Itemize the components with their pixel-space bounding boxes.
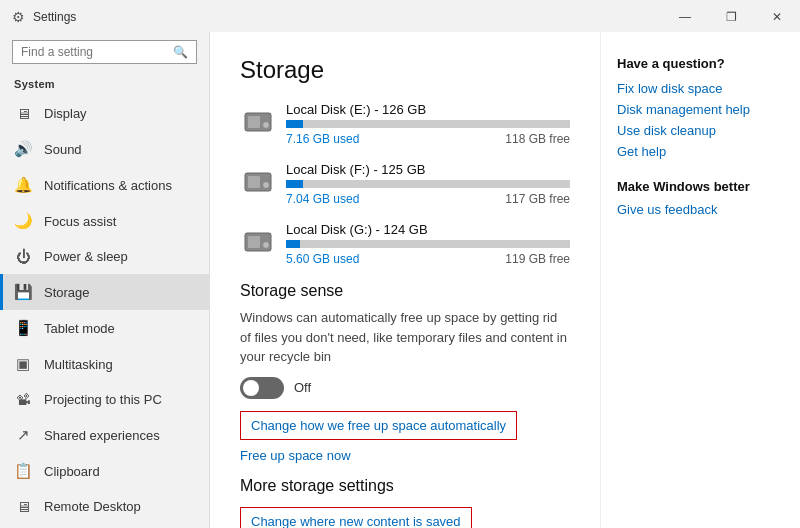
titlebar-controls: — ❐ ✕ <box>662 1 800 33</box>
disk-bar-fill-f <box>286 180 303 188</box>
disk-label-e: Local Disk (E:) - 126 GB <box>286 102 570 117</box>
storage-sense-desc: Windows can automatically free up space … <box>240 308 570 367</box>
display-icon: 🖥 <box>14 105 32 122</box>
storage-sense-toggle[interactable] <box>240 377 284 399</box>
sidebar-item-projecting[interactable]: 📽 Projecting to this PC <box>0 382 209 417</box>
close-button[interactable]: ✕ <box>754 1 800 33</box>
help-title: Have a question? <box>617 56 784 71</box>
fix-disk-link[interactable]: Fix low disk space <box>617 81 784 96</box>
sidebar-item-power-sleep[interactable]: ⏻ Power & sleep <box>0 239 209 274</box>
disk-entry-e: Local Disk (E:) - 126 GB 7.16 GB used 11… <box>240 102 570 146</box>
svg-rect-1 <box>248 116 260 128</box>
sidebar-item-sound[interactable]: 🔊 Sound <box>0 131 209 167</box>
remote-desktop-icon: 🖥 <box>14 498 32 515</box>
disk-bar-bg-g <box>286 240 570 248</box>
disk-cleanup-link[interactable]: Use disk cleanup <box>617 123 784 138</box>
system-label: System <box>0 74 209 96</box>
disk-free-g: 119 GB free <box>505 252 570 266</box>
titlebar: ⚙ Settings — ❐ ✕ <box>0 0 800 32</box>
sidebar-item-display[interactable]: 🖥 Display <box>0 96 209 131</box>
toggle-row: Off <box>240 377 570 399</box>
sidebar-item-clipboard[interactable]: 📋 Clipboard <box>0 453 209 489</box>
sidebar-item-label: Focus assist <box>44 214 116 229</box>
sidebar-item-focus-assist[interactable]: 🌙 Focus assist <box>0 203 209 239</box>
disk-entry-f: Local Disk (F:) - 125 GB 7.04 GB used 11… <box>240 162 570 206</box>
sidebar-item-label: Projecting to this PC <box>44 392 162 407</box>
change-link[interactable]: Change how we free up space automaticall… <box>251 418 506 433</box>
projecting-icon: 📽 <box>14 391 32 408</box>
sidebar-item-storage[interactable]: 💾 Storage <box>0 274 209 310</box>
multitasking-icon: ▣ <box>14 355 32 373</box>
give-feedback-link[interactable]: Give us feedback <box>617 202 784 217</box>
disk-info-f: Local Disk (F:) - 125 GB 7.04 GB used 11… <box>286 162 570 206</box>
disk-info-e: Local Disk (E:) - 126 GB 7.16 GB used 11… <box>286 102 570 146</box>
disk-icon-e <box>240 111 276 138</box>
settings-gear-icon: ⚙ <box>12 9 25 25</box>
sidebar-item-multitasking[interactable]: ▣ Multitasking <box>0 346 209 382</box>
clipboard-icon: 📋 <box>14 462 32 480</box>
disk-free-e: 118 GB free <box>505 132 570 146</box>
disk-stats-g: 5.60 GB used 119 GB free <box>286 252 570 266</box>
disk-bar-bg-f <box>286 180 570 188</box>
tablet-icon: 📱 <box>14 319 32 337</box>
storage-sense-title: Storage sense <box>240 282 570 300</box>
sidebar-item-tablet-mode[interactable]: 📱 Tablet mode <box>0 310 209 346</box>
change-content-link[interactable]: Change where new content is saved <box>251 514 461 529</box>
disk-bar-fill-g <box>286 240 300 248</box>
sidebar-item-shared-experiences[interactable]: ↗ Shared experiences <box>0 417 209 453</box>
sidebar-item-label: Sound <box>44 142 82 157</box>
power-icon: ⏻ <box>14 248 32 265</box>
disk-info-g: Local Disk (G:) - 124 GB 5.60 GB used 11… <box>286 222 570 266</box>
sidebar-item-label: Power & sleep <box>44 249 128 264</box>
sidebar-item-label: Multitasking <box>44 357 113 372</box>
titlebar-left: ⚙ Settings <box>12 9 76 25</box>
disk-bar-bg-e <box>286 120 570 128</box>
search-input[interactable] <box>21 45 173 59</box>
titlebar-title: Settings <box>33 10 76 24</box>
disk-stats-e: 7.16 GB used 118 GB free <box>286 132 570 146</box>
focus-assist-icon: 🌙 <box>14 212 32 230</box>
main-content: Storage Local Disk (E:) - 126 GB 7.16 GB… <box>210 32 600 528</box>
sidebar-item-label: Notifications & actions <box>44 178 172 193</box>
disk-used-g: 5.60 GB used <box>286 252 359 266</box>
svg-point-5 <box>263 182 269 188</box>
disk-used-f: 7.04 GB used <box>286 192 359 206</box>
change-link-box: Change how we free up space automaticall… <box>240 411 517 440</box>
minimize-button[interactable]: — <box>662 1 708 33</box>
svg-rect-7 <box>248 236 260 248</box>
notifications-icon: 🔔 <box>14 176 32 194</box>
disk-label-f: Local Disk (F:) - 125 GB <box>286 162 570 177</box>
disk-entry-g: Local Disk (G:) - 124 GB 5.60 GB used 11… <box>240 222 570 266</box>
sidebar-item-remote-desktop[interactable]: 🖥 Remote Desktop <box>0 489 209 524</box>
sidebar-item-label: Shared experiences <box>44 428 160 443</box>
disk-used-e: 7.16 GB used <box>286 132 359 146</box>
svg-point-8 <box>263 242 269 248</box>
disk-icon-g <box>240 231 276 258</box>
sidebar-item-notifications[interactable]: 🔔 Notifications & actions <box>0 167 209 203</box>
toggle-label: Off <box>294 380 311 395</box>
sound-icon: 🔊 <box>14 140 32 158</box>
right-panel: Have a question? Fix low disk space Disk… <box>600 32 800 528</box>
maximize-button[interactable]: ❐ <box>708 1 754 33</box>
app-body: 🔍 System 🖥 Display 🔊 Sound 🔔 Notificatio… <box>0 32 800 528</box>
disk-label-g: Local Disk (G:) - 124 GB <box>286 222 570 237</box>
sidebar-item-label: Clipboard <box>44 464 100 479</box>
more-storage-title: More storage settings <box>240 477 570 495</box>
shared-icon: ↗ <box>14 426 32 444</box>
sidebar-item-label: Tablet mode <box>44 321 115 336</box>
get-help-link[interactable]: Get help <box>617 144 784 159</box>
make-better-title: Make Windows better <box>617 179 784 194</box>
sidebar-item-label: Remote Desktop <box>44 499 141 514</box>
svg-rect-4 <box>248 176 260 188</box>
disk-free-f: 117 GB free <box>505 192 570 206</box>
disk-bar-fill-e <box>286 120 303 128</box>
disk-stats-f: 7.04 GB used 117 GB free <box>286 192 570 206</box>
free-up-link[interactable]: Free up space now <box>240 448 570 463</box>
disk-icon-f <box>240 171 276 198</box>
svg-point-2 <box>263 122 269 128</box>
storage-icon: 💾 <box>14 283 32 301</box>
disk-management-link[interactable]: Disk management help <box>617 102 784 117</box>
more-storage-box: Change where new content is saved Manage… <box>240 507 472 529</box>
search-box[interactable]: 🔍 <box>12 40 197 64</box>
sidebar: 🔍 System 🖥 Display 🔊 Sound 🔔 Notificatio… <box>0 32 210 528</box>
